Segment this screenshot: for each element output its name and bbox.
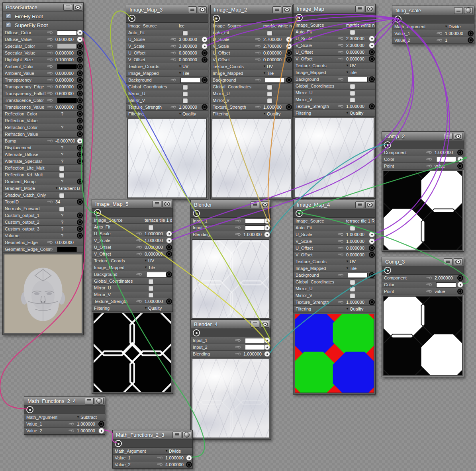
input-plug[interactable] [77, 98, 83, 104]
node-Blender[interactable]: BlenderInput_1Input_2Blending1.000000 [190, 200, 271, 320]
input-plug[interactable] [77, 226, 83, 232]
node-menu-button[interactable] [153, 201, 161, 207]
checkbox[interactable] [182, 91, 188, 97]
input-plug[interactable] [457, 150, 463, 156]
checkbox[interactable] [148, 225, 154, 230]
node-menu-button[interactable] [444, 133, 452, 140]
param-value[interactable]: 0.000000 [55, 51, 74, 55]
param-value[interactable]: 1.000000 [346, 239, 364, 244]
input-plug-connected[interactable] [202, 37, 208, 43]
color-swatch[interactable] [57, 44, 77, 49]
param-value[interactable]: 0.600000 [55, 91, 74, 96]
param-value[interactable]: 3.000000 [179, 37, 197, 42]
input-plug[interactable] [77, 57, 83, 63]
checkbox[interactable] [350, 97, 355, 103]
input-plug[interactable] [286, 50, 292, 56]
checkbox[interactable] [350, 29, 355, 35]
dropdown[interactable]: ▼Quality [346, 307, 363, 311]
input-plug[interactable] [369, 49, 375, 55]
color-swatch[interactable] [265, 78, 285, 83]
param-value[interactable]: 1.000000 [179, 105, 197, 109]
output-plug[interactable] [115, 440, 122, 447]
input-plug-connected[interactable] [369, 232, 375, 238]
node-header[interactable]: tiling_scale [392, 6, 474, 15]
input-plug[interactable] [77, 145, 83, 151]
output-plug[interactable] [384, 141, 391, 149]
param-value[interactable]: 0.000000 [346, 50, 364, 55]
input-plug-connected[interactable] [457, 282, 463, 288]
preview-toggle-button[interactable] [365, 6, 374, 12]
input-plug-connected[interactable] [166, 231, 172, 237]
checkbox[interactable] [59, 166, 65, 171]
color-swatch[interactable] [245, 338, 265, 343]
root-checkbox[interactable] [6, 22, 11, 27]
checkbox[interactable] [59, 193, 65, 198]
input-plug-connected[interactable] [186, 455, 192, 461]
param-value[interactable]: 0.003000 [55, 240, 74, 245]
input-plug[interactable] [77, 64, 83, 70]
param-value[interactable]: 0.000000 [179, 57, 197, 62]
input-plug[interactable] [369, 56, 375, 62]
input-plug[interactable] [369, 245, 375, 251]
param-value[interactable]: 0.000000 [346, 57, 364, 61]
node-Image_Map_4[interactable]: Image_Map_4Image_Sourceterrace tile 1 RG… [293, 200, 376, 395]
input-plug[interactable] [286, 104, 292, 110]
node-menu-button[interactable] [444, 258, 452, 265]
color-swatch[interactable] [348, 77, 368, 82]
node-header[interactable]: Image_Map_3 [126, 5, 208, 14]
param-value[interactable]: 0.000000 [55, 71, 74, 76]
input-plug[interactable] [468, 31, 474, 37]
dropdown[interactable]: ▼Quality [144, 306, 162, 311]
param-value[interactable]: -0.000700 [55, 139, 75, 143]
checkbox[interactable] [59, 172, 65, 178]
color-swatch[interactable] [348, 273, 368, 278]
color-swatch[interactable] [180, 78, 200, 83]
input-plug[interactable] [77, 118, 83, 124]
preview-toggle-button[interactable] [261, 321, 269, 328]
input-plug-connected[interactable] [369, 238, 375, 244]
input-plug-connected[interactable] [264, 351, 270, 357]
checkbox[interactable] [350, 225, 355, 231]
input-plug[interactable] [369, 299, 375, 305]
output-plug[interactable] [193, 329, 200, 336]
color-swatch[interactable] [245, 345, 265, 350]
param-value[interactable]: 0.800000 [55, 37, 74, 42]
node-header[interactable]: PoserSurface [3, 3, 83, 12]
input-plug-connected[interactable] [77, 30, 83, 36]
dropdown[interactable]: ▼Tile [263, 71, 274, 76]
input-plug[interactable] [77, 158, 83, 164]
node-Math_Functions_2_3[interactable]: Math_Functions_2_3Math_Argument▼DivideVa… [112, 430, 193, 469]
input-plug[interactable] [202, 57, 208, 63]
node-menu-button[interactable] [355, 201, 364, 208]
node-header[interactable]: Image_Map_4 [294, 200, 375, 209]
checkbox[interactable] [182, 84, 188, 90]
dropdown[interactable]: ▼Tile [178, 71, 189, 76]
color-swatch[interactable] [57, 64, 77, 69]
input-plug[interactable] [77, 199, 83, 205]
input-plug-connected[interactable] [264, 225, 270, 231]
input-plug[interactable] [77, 125, 83, 131]
checkbox[interactable] [267, 98, 272, 104]
param-value[interactable]: 0.000000 [179, 51, 197, 55]
dropdown[interactable]: ▼Subtract [76, 415, 97, 420]
param-value[interactable]: 1.000000 [435, 150, 453, 155]
dropdown[interactable]: ▼Quality [178, 111, 196, 116]
input-plug[interactable] [369, 252, 375, 258]
input-plug[interactable] [186, 462, 192, 468]
preview-toggle-button[interactable] [282, 6, 291, 13]
input-plug-connected[interactable] [98, 428, 104, 434]
input-plug-connected[interactable] [286, 37, 292, 43]
param-value[interactable]: marble white n grey [346, 23, 375, 27]
preview-toggle-button[interactable] [95, 398, 104, 405]
output-plug[interactable] [296, 14, 303, 21]
color-swatch[interactable] [245, 219, 265, 224]
output-plug[interactable] [296, 210, 303, 217]
checkbox[interactable] [59, 206, 65, 212]
output-plug[interactable] [384, 267, 391, 274]
input-plug-connected[interactable] [264, 344, 270, 350]
color-swatch[interactable] [436, 157, 456, 162]
param-value[interactable]: 0.000000 [263, 57, 282, 62]
checkbox[interactable] [350, 286, 355, 292]
node-menu-button[interactable] [85, 398, 94, 405]
param-value[interactable]: 0.000000 [55, 105, 74, 109]
